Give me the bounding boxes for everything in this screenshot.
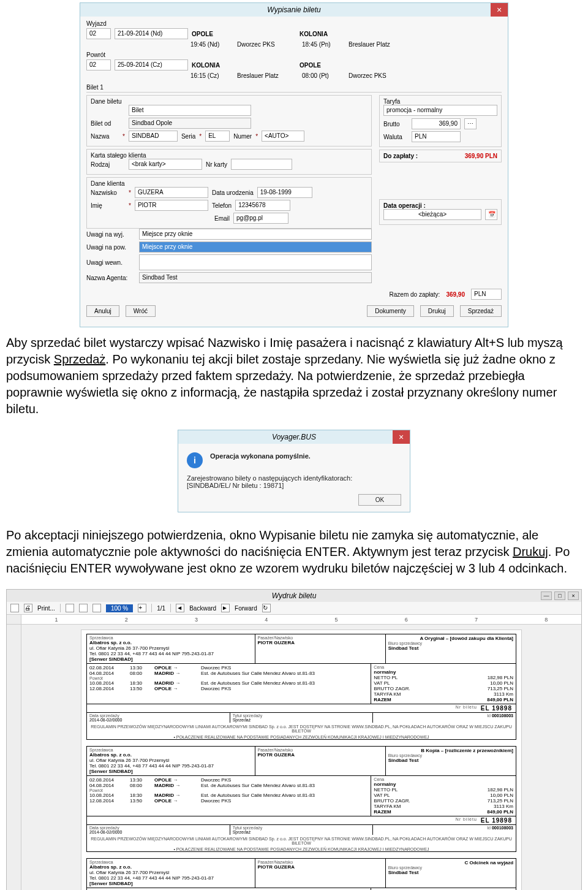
numer-label: Numer [233, 133, 252, 140]
horizontal-ruler: 12345678 [7, 615, 581, 625]
print-icon[interactable]: 🖨 [24, 604, 32, 612]
telefon-label: Telefon [212, 202, 232, 209]
ret-date[interactable]: 25-09-2014 (Cz) [115, 59, 188, 70]
nazwa-field[interactable]: SINDBAD [129, 131, 178, 142]
paragraph-1: Aby sprzedać bilet wystarczy wpisać Nazw… [6, 335, 582, 417]
ok-button[interactable]: OK [358, 494, 401, 506]
toolbar-icon[interactable] [66, 604, 74, 612]
seria-field[interactable]: EL [205, 131, 230, 142]
razem-cur[interactable]: PLN [471, 289, 502, 300]
out-from: OPOLE [192, 31, 296, 37]
close-button[interactable]: × [491, 3, 508, 17]
imie-field[interactable]: PIOTR [135, 200, 208, 211]
forward-icon[interactable]: ► [221, 604, 230, 612]
uwagi-wyj-label: Uwagi na wyj. [86, 231, 135, 238]
daneklienta-label: Dane klienta [91, 180, 368, 187]
bilet-type[interactable]: Bilet [129, 105, 251, 116]
ret-from: KOLONIA [192, 62, 296, 69]
required-star: * [123, 133, 125, 140]
required-star: * [199, 133, 202, 140]
dialog-close-button[interactable]: × [393, 430, 410, 444]
out-station-to: Breslauer Platz [349, 41, 390, 48]
dialog-voyager: Voyager.BUS × i Operacja wykonana pomyśl… [178, 430, 410, 512]
brutto-label: Brutto [383, 121, 408, 127]
zoom-in-icon[interactable]: + [138, 604, 146, 612]
forward-label[interactable]: Forward [235, 605, 257, 612]
toolbar-icon[interactable] [79, 604, 88, 612]
vertical-ruler [7, 625, 21, 890]
sprzedaz-button[interactable]: Sprzedaż [460, 305, 502, 317]
nrkarty-field[interactable] [231, 159, 292, 170]
karta-label: Karta stałego klienta [91, 152, 368, 159]
telefon-field[interactable]: 12345678 [235, 200, 290, 211]
seria-label: Seria [181, 133, 195, 140]
numer-field[interactable]: <AUTO> [262, 131, 304, 142]
text-sprzedaz: Sprzedaż [54, 352, 106, 366]
dataur-field[interactable]: 19-08-1999 [257, 187, 312, 198]
print-label[interactable]: Print... [37, 605, 55, 612]
dialog-line2: Zarejestrowano bilety o następujących id… [187, 474, 401, 482]
drukuj-button[interactable]: Drukuj [420, 305, 454, 317]
ret-station-to: Dworzec PKS [349, 72, 386, 79]
agent-label: Nazwa Agenta: [86, 275, 135, 281]
anuluj-button[interactable]: Anuluj [86, 305, 119, 317]
brutto-field[interactable]: 369,90 [412, 118, 461, 129]
dialog-line1: Operacja wykonana pomyślnie. [210, 452, 311, 468]
dozaplaty-label: Do zapłaty : [383, 153, 418, 159]
out-station-from: Dworzec PKS [237, 41, 298, 48]
dane-biletu-group: Dane biletu Bilet Bilet od Sindbad Opole… [86, 95, 372, 146]
taryfa-label: Taryfa [383, 98, 497, 105]
print-toolbar: 🖨 Print... 100 % + 1/1 ◄ Backward ► Forw… [7, 602, 581, 615]
maximize-button[interactable]: □ [554, 591, 565, 600]
dataop-cal-icon[interactable]: 📅 [485, 209, 497, 220]
taryfa-field[interactable]: promocja - normalny [383, 105, 497, 116]
dialog-title: Voyager.BUS [272, 433, 316, 441]
rodzaj-field[interactable]: <brak karty> [129, 159, 202, 170]
brutto-btn[interactable]: ⋯ [464, 118, 477, 129]
page-indicator: 1/1 [157, 605, 165, 612]
dozaplaty-value: 369,90 PLN [465, 153, 497, 159]
nazwisko-label: Nazwisko [91, 189, 125, 196]
toolbar-icon[interactable] [10, 604, 19, 612]
karta-group: Karta stałego klienta Rodzaj <brak karty… [86, 149, 372, 175]
minimize-button[interactable]: — [541, 591, 552, 600]
wroc-button[interactable]: Wróć [126, 305, 156, 317]
uwagi-wewn-field[interactable] [139, 254, 372, 270]
required-star: * [255, 133, 258, 140]
waluta-field[interactable]: PLN [412, 131, 461, 142]
out-seg[interactable]: 02 [86, 28, 111, 39]
backward-icon[interactable]: ◄ [176, 604, 184, 612]
razem-label: Razem do zapłaty: [390, 291, 440, 298]
dataop-field[interactable]: <bieżąca> [383, 209, 481, 220]
backward-label[interactable]: Backward [189, 605, 216, 612]
info-icon: i [187, 452, 203, 468]
ret-station-from: Breslauer Platz [237, 72, 298, 79]
uwagi-pow-field[interactable]: Miejsce przy oknie [139, 242, 372, 253]
window-wypisanie-biletu: Wypisanie biletu × Wyjazd 02 21-09-2014 … [80, 2, 508, 327]
titlebar: Wydruk biletu — □ × [7, 590, 581, 602]
email-field[interactable]: pg@pg.pl [233, 213, 288, 224]
ret-time2: 08:00 (Pt) [302, 72, 345, 79]
titlebar: Wypisanie biletu × [80, 3, 508, 17]
zoom-value[interactable]: 100 % [106, 604, 133, 612]
imie-label: Imię [91, 202, 125, 209]
nazwa-label: Nazwa [91, 133, 119, 140]
window-title: Wypisanie biletu [267, 6, 320, 14]
ret-seg[interactable]: 02 [86, 59, 111, 70]
email-label: Email [214, 215, 230, 222]
out-time: 19:45 (Nd) [190, 41, 233, 48]
uwagi-wyj-field[interactable]: Miejsce przy oknie [139, 229, 372, 240]
toolbar-icon[interactable] [92, 604, 101, 612]
nazwisko-field[interactable]: GUZERA [135, 187, 208, 198]
ticket-copy-b: Sprzedawca Albatros sp. z o.o. ul. Ofiar… [86, 746, 516, 852]
refresh-icon[interactable]: ↻ [262, 604, 271, 612]
ret-to: OPOLE [300, 62, 321, 69]
close-button[interactable]: × [568, 591, 579, 600]
required-star: * [129, 202, 131, 209]
rodzaj-label: Rodzaj [91, 161, 125, 168]
required-star: * [129, 189, 131, 196]
tab-bilet1[interactable]: Bilet 1 [86, 83, 502, 93]
dokumenty-button[interactable]: Dokumenty [367, 305, 414, 317]
out-date[interactable]: 21-09-2014 (Nd) [115, 28, 188, 39]
powrot-label: Powrót [86, 51, 502, 58]
